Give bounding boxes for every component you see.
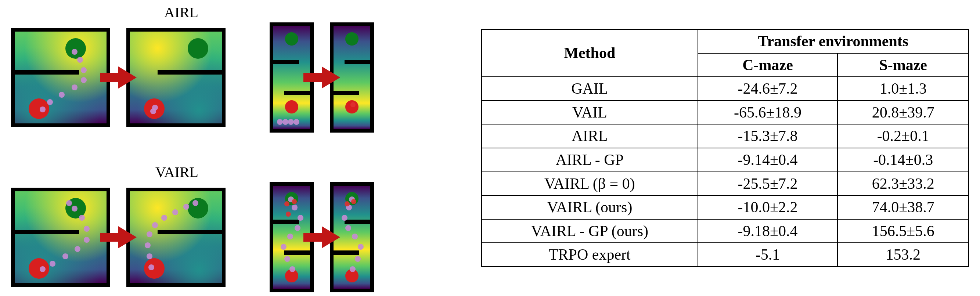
trajectory-dot xyxy=(84,237,90,243)
trajectory-dot xyxy=(288,119,294,125)
cell-smaze: 62.3±33.2 xyxy=(837,172,969,196)
cell-cmaze: -24.6±7.2 xyxy=(698,77,838,100)
trajectory-dot xyxy=(79,215,85,221)
trajectory-dot xyxy=(292,205,298,210)
wall-icon xyxy=(158,230,222,234)
trajectory-dot xyxy=(352,234,358,239)
cell-cmaze: -10.0±2.2 xyxy=(698,196,838,219)
wall-icon xyxy=(15,70,79,75)
airl-strip xyxy=(11,22,470,132)
trajectory-dot xyxy=(161,215,167,221)
wall-icon xyxy=(334,91,359,95)
trajectory-dot xyxy=(81,67,87,73)
wall-icon xyxy=(345,220,370,224)
trajectory-dot xyxy=(146,231,153,237)
cell-smaze: 156.5±5.6 xyxy=(837,219,969,243)
vairl-cmaze-before xyxy=(11,188,110,287)
trajectory-dot xyxy=(59,92,65,98)
cell-method: TRPO expert xyxy=(482,243,698,267)
airl-label: AIRL xyxy=(11,4,470,21)
page: AIRL xyxy=(0,0,980,296)
trajectory-dot xyxy=(298,215,304,221)
trajectory-dot xyxy=(284,256,290,262)
figure-column: AIRL xyxy=(0,0,477,296)
trajectory-dot xyxy=(72,206,78,212)
trajectory-dot xyxy=(286,212,291,217)
cell-method: VAIRL - GP (ours) xyxy=(482,219,698,243)
trajectory-dot xyxy=(47,99,53,105)
trajectory-dot xyxy=(66,200,72,206)
cell-smaze: 153.2 xyxy=(837,243,969,267)
table-row-expert: TRPO expert-5.1153.2 xyxy=(482,243,969,267)
figure-row-airl: AIRL xyxy=(11,4,470,132)
start-icon xyxy=(29,258,49,279)
trajectory-dot xyxy=(172,209,178,215)
cell-cmaze: -9.18±0.4 xyxy=(698,219,838,243)
th-group: Transfer environments xyxy=(698,29,969,53)
cell-method: GAIL xyxy=(482,77,698,100)
table-row: VAIRL (β = 0)-25.5±7.262.3±33.2 xyxy=(482,172,969,196)
table-row: GAIL-24.6±7.21.0±1.3 xyxy=(482,77,969,100)
trajectory-dot xyxy=(345,201,350,206)
trajectory-dot xyxy=(72,49,78,55)
trajectory-dot xyxy=(49,261,56,267)
trajectory-dot xyxy=(145,242,151,248)
wall-icon xyxy=(273,220,299,224)
cell-smaze: 74.0±38.7 xyxy=(837,196,969,219)
goal-icon xyxy=(188,38,208,59)
trajectory-dot xyxy=(281,244,286,250)
table-header-row: Method Transfer environments xyxy=(482,29,969,53)
vairl-label: VAIRL xyxy=(11,164,470,181)
wall-icon xyxy=(15,230,79,234)
wall-icon xyxy=(284,250,310,255)
trajectory-dot xyxy=(358,244,364,250)
trajectory-dot xyxy=(192,200,198,206)
cell-method: AIRL - GP xyxy=(482,148,698,172)
wall-icon xyxy=(273,60,299,64)
wall-icon xyxy=(158,70,222,75)
trajectory-dot xyxy=(75,246,80,252)
goal-icon xyxy=(285,32,298,46)
trajectory-dot xyxy=(284,201,290,206)
trajectory-dot xyxy=(81,77,87,83)
vairl-smaze-pair xyxy=(270,182,374,292)
cell-cmaze: -9.14±0.4 xyxy=(698,148,838,172)
table-row: VAIRL - GP (ours)-9.18±0.4156.5±5.6 xyxy=(482,219,969,243)
th-cmaze: C-maze xyxy=(698,53,838,77)
arrow-icon xyxy=(304,68,340,87)
trajectory-dot xyxy=(84,226,90,232)
trajectory-dot xyxy=(62,253,68,259)
cell-method: VAIRL (ours) xyxy=(482,196,698,219)
trajectory-dot xyxy=(152,222,158,228)
trajectory-dot xyxy=(148,264,154,270)
table-row: AIRL-15.3±7.8-0.2±0.1 xyxy=(482,124,969,148)
cell-cmaze: -65.6±18.9 xyxy=(698,100,838,124)
trajectory-dot xyxy=(287,234,293,239)
table-row: VAIL-65.6±18.920.8±39.7 xyxy=(482,100,969,124)
cell-smaze: -0.2±0.1 xyxy=(837,124,969,148)
trajectory-dot xyxy=(152,105,158,111)
airl-cmaze-pair xyxy=(11,28,226,127)
cell-smaze: -0.14±0.3 xyxy=(837,148,969,172)
airl-cmaze-before xyxy=(11,28,110,127)
airl-smaze-pair xyxy=(270,22,374,132)
vairl-strip xyxy=(11,182,470,292)
arrow-icon xyxy=(100,228,137,247)
results-table: Method Transfer environments C-maze S-ma… xyxy=(481,29,969,267)
arrow-icon xyxy=(304,228,340,247)
cell-cmaze: -15.3±7.8 xyxy=(698,124,838,148)
wall-icon xyxy=(334,250,359,255)
table-row: VAIRL (ours)-10.0±2.274.0±38.7 xyxy=(482,196,969,219)
goal-icon xyxy=(188,198,208,218)
trajectory-dot xyxy=(277,119,283,125)
trajectory-dot xyxy=(183,204,189,210)
table-column: Method Transfer environments C-maze S-ma… xyxy=(477,0,980,296)
airl-cmaze-after xyxy=(126,28,226,127)
vairl-cmaze-pair xyxy=(11,188,226,287)
vairl-cmaze-after xyxy=(126,188,226,287)
figure-row-vairl: VAIRL xyxy=(11,164,470,292)
trajectory-dot xyxy=(40,266,46,272)
trajectory-dot xyxy=(146,253,153,259)
wall-icon xyxy=(284,91,310,95)
trajectory-dot xyxy=(294,225,301,231)
